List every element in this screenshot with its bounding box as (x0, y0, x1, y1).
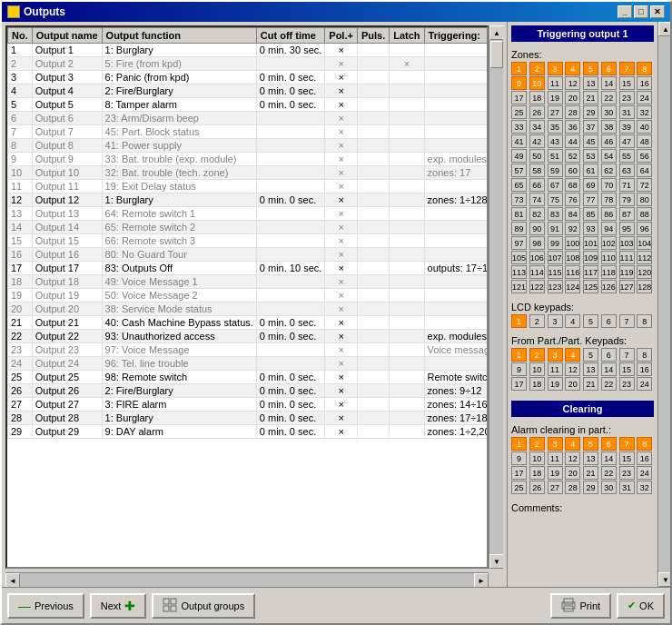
scroll-down-button[interactable]: ▼ (489, 554, 503, 569)
zone-cell[interactable]: 11 (548, 76, 563, 90)
table-row[interactable]: 24Output 2496: Tel. line trouble× (8, 357, 489, 371)
lcd-keypad-cell[interactable]: 1 (511, 314, 527, 328)
zone-cell[interactable]: 75 (548, 193, 563, 206)
zone-cell[interactable]: 43 (548, 134, 563, 148)
zone-cell[interactable]: 125 (583, 280, 598, 293)
zone-cell[interactable]: 112 (637, 251, 652, 264)
zone-cell[interactable]: 62 (601, 164, 617, 177)
table-row[interactable]: 21Output 2140: Cash Machine Bypass statu… (8, 316, 489, 330)
zone-cell[interactable]: 107 (548, 251, 563, 264)
clearing-cell[interactable]: 24 (637, 466, 652, 480)
part-keypad-cell[interactable]: 13 (583, 362, 598, 376)
zone-cell[interactable]: 77 (583, 193, 598, 206)
zone-cell[interactable]: 36 (565, 120, 580, 134)
zone-cell[interactable]: 39 (619, 120, 635, 134)
zone-cell[interactable]: 3 (548, 62, 563, 75)
zone-cell[interactable]: 63 (619, 164, 635, 177)
part-keypad-cell[interactable]: 14 (601, 362, 617, 376)
clearing-cell[interactable]: 31 (619, 481, 635, 494)
zone-cell[interactable]: 85 (583, 207, 598, 221)
scroll-left-button[interactable]: ◄ (5, 573, 20, 587)
table-row[interactable]: 14Output 1465: Remote switch 2× (8, 221, 489, 234)
clearing-cell[interactable]: 18 (529, 466, 545, 480)
part-keypad-cell[interactable]: 9 (511, 362, 527, 376)
part-keypad-cell[interactable]: 6 (601, 348, 617, 362)
zone-cell[interactable]: 95 (619, 222, 635, 235)
clearing-cell[interactable]: 15 (619, 451, 635, 465)
zone-cell[interactable]: 124 (565, 280, 580, 293)
clearing-cell[interactable]: 28 (565, 481, 580, 494)
table-row[interactable]: 12Output 121: Burglary0 min. 0 sec.×zone… (8, 193, 489, 207)
zone-cell[interactable]: 12 (565, 76, 580, 90)
zone-cell[interactable]: 48 (637, 134, 652, 148)
part-keypad-cell[interactable]: 2 (529, 348, 545, 362)
part-keypad-cell[interactable]: 11 (548, 362, 563, 376)
zone-cell[interactable]: 14 (601, 76, 617, 90)
zone-cell[interactable]: 98 (529, 236, 545, 250)
lcd-keypad-cell[interactable]: 7 (619, 314, 635, 328)
zone-cell[interactable]: 74 (529, 193, 545, 206)
clearing-cell[interactable]: 16 (637, 451, 652, 465)
table-row[interactable]: 2Output 25: Fire (from kpd)×× (8, 57, 489, 71)
zone-cell[interactable]: 58 (529, 164, 545, 177)
zone-cell[interactable]: 32 (637, 105, 652, 119)
zone-cell[interactable]: 47 (619, 134, 635, 148)
zone-cell[interactable]: 123 (548, 280, 563, 293)
part-keypad-cell[interactable]: 21 (583, 377, 598, 391)
lcd-keypad-cell[interactable]: 3 (548, 314, 563, 328)
zone-cell[interactable]: 19 (548, 91, 563, 104)
table-row[interactable]: 22Output 2293: Unauthorized access0 min.… (8, 330, 489, 343)
zone-cell[interactable]: 13 (583, 76, 598, 90)
zone-cell[interactable]: 101 (583, 236, 598, 250)
zone-cell[interactable]: 16 (637, 76, 652, 90)
part-keypad-cell[interactable]: 1 (511, 348, 527, 362)
zone-cell[interactable]: 49 (511, 149, 527, 163)
zone-cell[interactable]: 119 (619, 265, 635, 279)
zone-cell[interactable]: 69 (583, 178, 598, 192)
zone-cell[interactable]: 46 (601, 134, 617, 148)
maximize-button[interactable]: □ (634, 5, 648, 18)
table-row[interactable]: 23Output 2397: Voice Message×Voice messa… (8, 343, 489, 357)
table-row[interactable]: 18Output 1849: Voice Message 1× (8, 275, 489, 289)
zone-cell[interactable]: 88 (637, 207, 652, 221)
zone-cell[interactable]: 65 (511, 178, 527, 192)
table-row[interactable]: 29Output 299: DAY alarm0 min. 0 sec.×zon… (8, 425, 489, 439)
clearing-cell[interactable]: 5 (583, 437, 598, 451)
zone-cell[interactable]: 35 (548, 120, 563, 134)
clearing-cell[interactable]: 10 (529, 451, 545, 465)
zone-cell[interactable]: 86 (601, 207, 617, 221)
part-keypad-cell[interactable]: 23 (619, 377, 635, 391)
table-row[interactable]: 13Output 1364: Remote switch 1× (8, 207, 489, 221)
zone-cell[interactable]: 52 (565, 149, 580, 163)
zone-cell[interactable]: 38 (601, 120, 617, 134)
clearing-cell[interactable]: 1 (511, 437, 527, 451)
zone-cell[interactable]: 80 (637, 193, 652, 206)
clearing-cell[interactable]: 25 (511, 481, 527, 494)
zone-cell[interactable]: 93 (583, 222, 598, 235)
right-panel-scrollbar[interactable]: ▲ ▼ (657, 22, 670, 587)
zone-cell[interactable]: 89 (511, 222, 527, 235)
table-row[interactable]: 20Output 2038: Service Mode status× (8, 303, 489, 316)
clearing-cell[interactable]: 8 (637, 437, 652, 451)
zone-cell[interactable]: 26 (529, 105, 545, 119)
clearing-cell[interactable]: 4 (565, 437, 580, 451)
table-row[interactable]: 16Output 1680: No Guard Tour× (8, 248, 489, 262)
zone-cell[interactable]: 70 (601, 178, 617, 192)
zone-cell[interactable]: 83 (548, 207, 563, 221)
zone-cell[interactable]: 115 (548, 265, 563, 279)
previous-button[interactable]: — Previous (7, 593, 84, 619)
table-row[interactable]: 6Output 623: Arm/Disarm beep× (8, 112, 489, 125)
zone-cell[interactable]: 55 (619, 149, 635, 163)
zone-cell[interactable]: 104 (637, 236, 652, 250)
zone-cell[interactable]: 18 (529, 91, 545, 104)
zone-cell[interactable]: 37 (583, 120, 598, 134)
table-row[interactable]: 5Output 58: Tamper alarm0 min. 0 sec.× (8, 98, 489, 112)
zone-cell[interactable]: 21 (583, 91, 598, 104)
zones-grid[interactable]: 1234567891011121314151617181920212223242… (511, 62, 654, 294)
clearing-cell[interactable]: 17 (511, 466, 527, 480)
zone-cell[interactable]: 68 (565, 178, 580, 192)
zone-cell[interactable]: 82 (529, 207, 545, 221)
part-keypad-cell[interactable]: 19 (548, 377, 563, 391)
table-row[interactable]: 26Output 262: Fire/Burglary0 min. 0 sec.… (8, 384, 489, 398)
zone-cell[interactable]: 76 (565, 193, 580, 206)
